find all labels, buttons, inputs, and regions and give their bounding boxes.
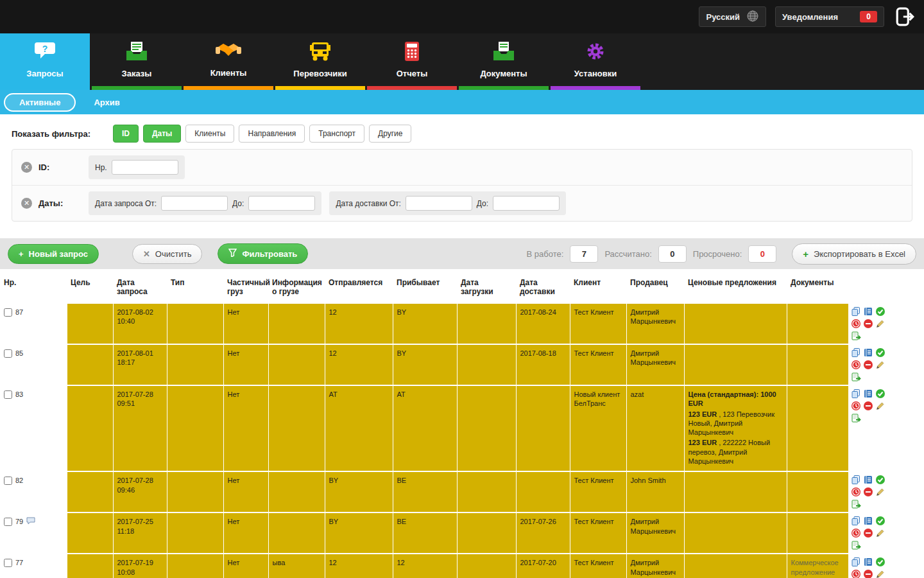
calculator-icon [402,41,422,64]
edit-icon[interactable] [875,401,886,411]
approve-icon[interactable] [875,516,886,526]
edit-icon[interactable] [875,487,886,497]
remove-icon[interactable] [863,487,873,497]
copy-icon[interactable] [851,475,861,485]
filter-toggle-dates[interactable]: Даты [143,125,181,143]
cell-request-date: 2017-07-19 10:08 [113,554,167,578]
language-selector[interactable]: Русский [699,6,766,27]
cell-departs: 12 [325,554,393,578]
excel-icon[interactable] [851,499,861,509]
delivery-date-to-input[interactable] [493,196,560,211]
delivery-date-from-input[interactable] [406,196,472,211]
excel-icon[interactable] [851,413,861,423]
copy-icon[interactable] [851,389,861,399]
cell-seller: John Smith [626,471,684,512]
copy-icon[interactable] [851,557,861,567]
copy-icon[interactable] [851,516,861,526]
tab-active-requests[interactable]: Активные [4,93,76,112]
language-label: Русский [706,12,740,22]
tab-orders[interactable]: Заказы [92,33,182,90]
row-checkbox[interactable] [4,308,12,317]
copy-icon[interactable] [851,306,861,317]
new-request-button[interactable]: + Новый запрос [8,244,99,264]
tab-carriers[interactable]: Перевозчики [275,33,365,90]
comment-icon[interactable] [26,517,35,527]
cell-documents [787,385,848,471]
table-row: 772017-07-19 10:08Нетыва12122017-07-20Те… [0,554,924,578]
cell-client: Тест Клиент [570,471,626,512]
id-input[interactable] [112,160,178,175]
cell-documents[interactable]: Коммерческое предложение [787,554,848,578]
journal-icon[interactable] [863,389,873,399]
row-actions [848,471,924,512]
cell-load-date [457,304,516,344]
approve-icon[interactable] [875,389,886,399]
clear-button[interactable]: ✕ Очистить [132,244,203,264]
copy-icon[interactable] [851,347,861,358]
journal-icon[interactable] [863,347,873,358]
remove-icon[interactable] [863,360,873,370]
col-header-partial-cargo: Частичный груз [223,273,268,304]
orders-icon [124,41,149,64]
export-excel-button[interactable]: + Экспортировать в Excel [792,243,916,265]
clock-icon[interactable] [851,569,861,578]
row-checkbox[interactable] [4,477,12,485]
filter-toggle-directions[interactable]: Направления [239,125,305,143]
col-header-arrives: Прибывает [393,273,457,304]
approve-icon[interactable] [875,557,886,567]
notifications[interactable]: Уведомления 0 [775,6,884,27]
row-checkbox[interactable] [4,518,12,526]
row-checkbox[interactable] [4,559,12,567]
logout-button[interactable] [893,4,918,29]
clock-icon[interactable] [851,528,861,538]
remove-id-filter-icon[interactable]: ✕ [21,162,32,173]
remove-icon[interactable] [863,569,873,578]
clock-icon[interactable] [851,319,861,329]
tab-clients[interactable]: Клиенты [184,33,273,90]
journal-icon[interactable] [863,306,873,317]
filter-toggle-id[interactable]: ID [113,125,139,143]
edit-icon[interactable] [875,569,886,578]
cell-delivery-date: 2017-08-18 [516,344,570,385]
edit-icon[interactable] [875,528,886,538]
nr-label: Нр. [95,163,107,172]
journal-icon[interactable] [863,475,873,485]
tab-archive[interactable]: Архив [85,98,128,107]
filter-toggle-clients[interactable]: Клиенты [185,125,234,143]
journal-icon[interactable] [863,557,873,567]
edit-icon[interactable] [875,319,886,329]
excel-icon[interactable] [851,372,861,382]
row-checkbox[interactable] [4,349,12,358]
excel-icon[interactable] [851,540,861,550]
cell-cargo-info [268,471,325,512]
approve-icon[interactable] [875,475,886,485]
request-date-from-input[interactable] [161,196,228,211]
cell-price-offers [684,304,787,344]
filter-toggle-other[interactable]: Другие [369,125,411,143]
table-header-row: Нр. Цель Дата запроса Тип Частичный груз… [0,273,924,304]
approve-icon[interactable] [875,347,886,358]
remove-icon[interactable] [863,319,873,329]
tab-settings[interactable]: Установки [551,33,640,90]
remove-icon[interactable] [863,401,873,411]
clock-icon[interactable] [851,360,861,370]
clock-icon[interactable] [851,487,861,497]
tab-reports[interactable]: Отчеты [367,33,457,90]
remove-dates-filter-icon[interactable]: ✕ [21,198,32,209]
cell-request-date: 2017-08-01 18:17 [113,344,167,385]
request-date-to-input[interactable] [248,196,315,211]
cell-load-date [457,385,516,471]
filter-toggle-transport[interactable]: Транспорт [309,125,364,143]
cell-departs: 12 [325,304,393,344]
tab-documents[interactable]: Документы [459,33,549,90]
filter-button[interactable]: Фильтровать [218,243,308,264]
notifications-label: Уведомления [782,12,838,22]
approve-icon[interactable] [875,306,886,317]
tab-requests[interactable]: ? Запросы [0,33,90,90]
remove-icon[interactable] [863,528,873,538]
edit-icon[interactable] [875,360,886,370]
excel-icon[interactable] [851,331,861,341]
row-checkbox[interactable] [4,390,12,399]
clock-icon[interactable] [851,401,861,411]
journal-icon[interactable] [863,516,873,526]
